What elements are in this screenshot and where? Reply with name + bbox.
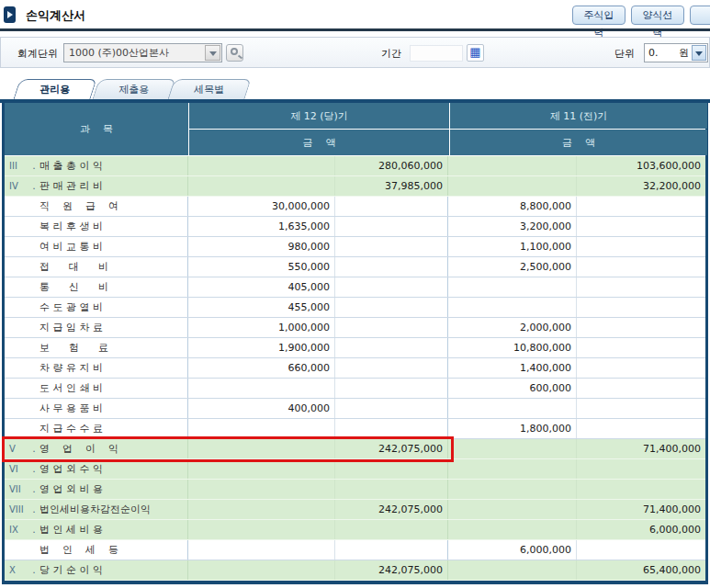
chevron-down-icon[interactable] [692, 45, 706, 61]
table-row[interactable]: VI . 영 업 외 수 익 [5, 459, 705, 480]
current-sub-amount [188, 520, 335, 539]
roman-numeral [5, 237, 28, 256]
table-row[interactable]: 지 급 임 차 료 1,000,000 2,000,000 [5, 318, 705, 338]
table-row[interactable]: 보 험 료 1,900,000 10,800,000 [5, 338, 705, 358]
table-row[interactable]: III . 매 출 총 이 익 280,060,000 103,600,000 [5, 156, 705, 176]
current-total-amount: 242,075,000 [335, 560, 448, 580]
current-sub-amount [188, 540, 335, 560]
calendar-icon: ▦ [469, 45, 480, 59]
numeral-dot [28, 399, 39, 418]
title-separator [0, 28, 710, 31]
prior-total-amount [577, 298, 705, 317]
prior-total-amount [577, 419, 705, 438]
account-name-cell: 복 리 후 생 비 [5, 217, 188, 236]
prior-total-amount [577, 257, 705, 277]
unit-select[interactable]: 0. 원 [644, 43, 708, 62]
current-total-amount: 280,060,000 [335, 156, 448, 175]
table-row[interactable]: 통 신 비 405,000 [5, 277, 705, 298]
prior-sub-amount: 1,400,000 [448, 358, 577, 378]
current-total-amount [335, 540, 448, 560]
roman-numeral [5, 399, 28, 418]
prior-total-amount [577, 358, 705, 378]
current-sub-amount: 400,000 [188, 399, 335, 418]
numeral-dot [28, 318, 39, 337]
window-icon [4, 6, 16, 23]
roman-numeral: VIII [5, 500, 28, 519]
account-name: 여 비 교 통 비 [39, 237, 103, 256]
current-sub-amount: 1,900,000 [188, 338, 335, 357]
chevron-down-icon[interactable] [205, 45, 220, 61]
table-row[interactable]: 복 리 후 생 비 1,635,000 3,200,000 [5, 217, 705, 237]
account-name: 차 량 유 지 비 [39, 358, 103, 378]
prior-sub-amount: 2,000,000 [448, 318, 577, 337]
clipped-button[interactable] [690, 6, 710, 25]
account-name: 도 서 인 쇄 비 [39, 379, 103, 398]
table-row[interactable]: 도 서 인 쇄 비 600,000 [5, 379, 705, 399]
table-row[interactable]: X . 당 기 순 이 익 242,075,000 65,400,000 [5, 560, 705, 581]
table-row[interactable]: VII . 영 업 외 비 용 [5, 480, 705, 500]
table-row[interactable]: IX . 법 인 세 비 용 6,000,000 [5, 520, 705, 540]
table-row[interactable]: 법 인 세 등 6,000,000 [5, 540, 705, 560]
account-unit-value: 1000 (주)00산업본사 [69, 47, 169, 59]
account-name: 통 신 비 [39, 277, 108, 297]
prior-total-amount [577, 399, 705, 418]
tab-management[interactable]: 관리용 [13, 79, 96, 99]
unit-currency: 원 [679, 44, 689, 62]
prior-sub-amount [448, 560, 577, 580]
numeral-dot [28, 197, 39, 216]
account-name: 매 출 총 이 익 [39, 156, 103, 175]
prior-total-amount: 32,200,000 [577, 176, 705, 196]
prior-total-amount [577, 217, 705, 236]
table-row[interactable]: 차 량 유 지 비 660,000 1,400,000 [5, 358, 705, 379]
prior-sub-amount [448, 399, 577, 418]
tab-submission[interactable]: 제출용 [92, 79, 175, 99]
current-sub-amount: 405,000 [188, 277, 335, 297]
prior-total-amount [577, 277, 705, 297]
current-total-amount [335, 358, 448, 378]
account-name-cell: 통 신 비 [5, 277, 188, 297]
roman-numeral [5, 318, 28, 337]
account-name: 지 급 임 차 료 [39, 318, 103, 337]
roman-numeral: V [5, 439, 28, 458]
account-name: 영 업 외 수 익 [39, 459, 103, 479]
account-name-cell: IX . 법 인 세 비 용 [5, 520, 188, 539]
table-row[interactable]: IV . 판 매 관 리 비 37,985,000 32,200,000 [5, 176, 705, 197]
account-name: 보 험 료 [39, 338, 108, 357]
search-button[interactable] [226, 44, 243, 62]
account-name-cell: 직 원 급 여 [5, 197, 188, 216]
numeral-dot [28, 277, 39, 297]
table-row[interactable]: 지 급 수 수 료 1,800,000 [5, 419, 705, 439]
prior-sub-amount: 2,500,000 [448, 257, 577, 277]
table-row[interactable]: 여 비 교 통 비 980,000 1,100,000 [5, 237, 705, 257]
roman-numeral [5, 257, 28, 277]
account-unit-select[interactable]: 1000 (주)00산업본사 [63, 43, 222, 62]
calendar-button[interactable]: ▦ [467, 44, 484, 62]
current-sub-amount: 550,000 [188, 257, 335, 277]
account-name-cell: 접 대 비 [5, 257, 188, 277]
table-row[interactable]: V . 영 업 이 익 242,075,000 71,400,000 [5, 439, 705, 459]
table-row[interactable]: VIII . 법인세비용차감전순이익 242,075,000 71,400,00… [5, 500, 705, 520]
roman-numeral [5, 338, 28, 357]
account-name-cell: 지 급 임 차 료 [5, 318, 188, 337]
period-input[interactable] [410, 45, 463, 62]
table-row[interactable]: 접 대 비 550,000 2,500,000 [5, 257, 705, 277]
current-total-amount [335, 379, 448, 398]
current-sub-amount: 980,000 [188, 237, 335, 256]
current-total-amount [335, 237, 448, 256]
header-prior-period: 제 11 (전)기 [450, 103, 707, 129]
stock-input-button[interactable]: 주식입력 [572, 6, 625, 25]
form-select-button[interactable]: 양식선택 [631, 6, 684, 25]
tab-detail[interactable]: 세목별 [167, 79, 251, 99]
current-total-amount [335, 399, 448, 418]
account-name: 접 대 비 [39, 257, 108, 277]
current-total-amount [335, 197, 448, 216]
prior-sub-amount: 600,000 [448, 379, 577, 398]
account-name: 수 도 광 열 비 [39, 298, 103, 317]
prior-total-amount: 103,600,000 [577, 156, 705, 175]
table-row[interactable]: 수 도 광 열 비 455,000 [5, 298, 705, 318]
current-total-amount: 37,985,000 [335, 176, 448, 196]
table-row[interactable]: 직 원 급 여 30,000,000 8,800,000 [5, 197, 705, 217]
numeral-dot: . [28, 520, 39, 539]
table-row[interactable]: 사 무 용 품 비 400,000 [5, 399, 705, 419]
prior-total-amount: 65,400,000 [577, 560, 705, 580]
